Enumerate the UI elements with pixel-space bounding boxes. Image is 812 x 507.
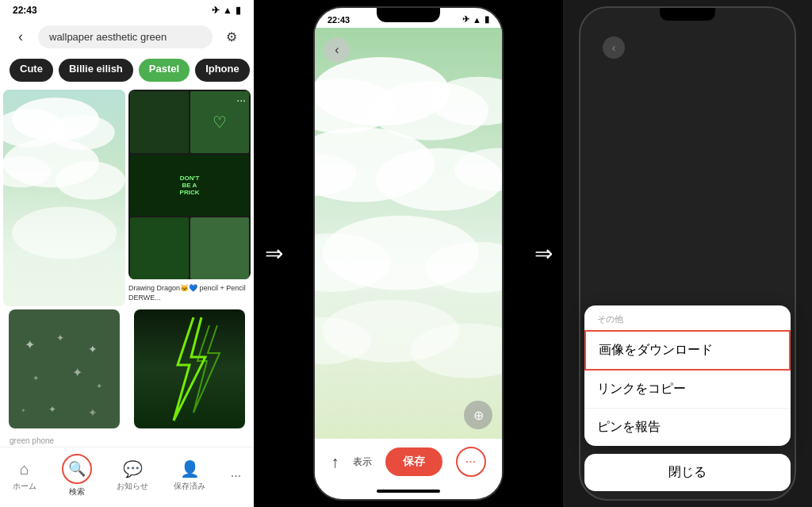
time-2: 22:43 — [327, 15, 350, 25]
nav-search[interactable]: 🔍 検索 — [62, 454, 92, 497]
status-icons-1: ✈ ▲ ▮ — [212, 5, 241, 16]
more-icon: ··· — [231, 469, 241, 483]
svg-text:✦: ✦ — [25, 338, 35, 351]
display-button[interactable]: 表示 — [353, 455, 372, 469]
image-caption-area: Drawing Dragon🐱💙 pencil + Pencil DERWE..… — [128, 282, 251, 306]
nav-saved[interactable]: 👤 保存済み — [174, 459, 205, 492]
filter-button[interactable]: ⚙ — [219, 24, 244, 49]
image-grid: ♡ DON'TBE APRICK ··· Drawing Dragon🐱💙 pe… — [0, 86, 254, 435]
more-button[interactable]: ··· — [456, 447, 486, 477]
share-button[interactable]: ↑ — [331, 453, 339, 471]
menu-close-button[interactable]: 閉じる — [584, 454, 791, 491]
nav-home[interactable]: ⌂ ホーム — [13, 460, 36, 492]
back-button-3[interactable]: ‹ — [603, 36, 625, 59]
menu-item-copy-link[interactable]: リンクをコピー — [584, 371, 791, 409]
svg-text:✦: ✦ — [96, 382, 102, 390]
collage-more-icon[interactable]: ··· — [236, 94, 246, 106]
dark-status — [580, 8, 795, 19]
svg-text:✦: ✦ — [88, 343, 98, 355]
chips-row: Cute Billie eilish Pastel Iphone Loc... — [0, 54, 254, 86]
context-menu-overlay: その他 画像をダウンロード リンクをコピー ピンを報告 閉じる — [563, 305, 812, 507]
status-icons-2: ✈ ▲ ▮ — [462, 14, 489, 25]
footer-text: green phone — [0, 435, 254, 447]
image-stars[interactable]: ✦ ✦ ✦ ✦ ✦ ✦ ✦ ✦ ✦ — [3, 309, 125, 432]
detail-panel: 22:43 ✈ ▲ ▮ — [293, 0, 523, 507]
svg-text:✦: ✦ — [88, 406, 98, 419]
image-green-sky[interactable] — [3, 90, 125, 306]
image-caption: Drawing Dragon🐱💙 pencil + Pencil DERWE..… — [128, 282, 251, 304]
nav-notifications[interactable]: 💬 お知らせ — [117, 459, 148, 492]
context-menu-sheet: その他 画像をダウンロード リンクをコピー ピンを報告 — [584, 305, 791, 446]
svg-point-7 — [12, 207, 117, 259]
time-1: 22:43 — [13, 5, 37, 16]
home-icon: ⌂ — [20, 460, 29, 478]
arrow-2: ⇒ — [523, 0, 563, 507]
back-button-1[interactable]: ‹ — [10, 25, 32, 48]
action-bar: ↑ 表示 保存 ··· — [315, 439, 502, 485]
notch — [377, 8, 440, 22]
svg-text:✦: ✦ — [33, 374, 39, 382]
save-button[interactable]: 保存 — [385, 447, 442, 476]
status-bar-1: 22:43 ✈ ▲ ▮ — [0, 0, 254, 19]
chip-cute[interactable]: Cute — [10, 59, 53, 82]
profile-icon: 👤 — [180, 459, 200, 478]
svg-text:✦: ✦ — [56, 332, 64, 344]
search-bar-row: ‹ wallpaper aesthetic green ⚙ — [0, 19, 254, 54]
chip-pastel[interactable]: Pastel — [139, 59, 190, 82]
phone-frame: 22:43 ✈ ▲ ▮ — [313, 6, 504, 501]
search-input[interactable]: wallpaper aesthetic green — [38, 25, 213, 48]
menu-item-report[interactable]: ピンを報告 — [584, 409, 791, 446]
menu-panel: ‹ その他 画像をダウンロード リンクをコピー ピンを報告 閉じる — [563, 0, 812, 507]
search-circle-icon: 🔍 — [62, 454, 92, 484]
svg-text:✦: ✦ — [72, 366, 82, 379]
home-indicator — [377, 490, 440, 493]
nav-more[interactable]: ··· — [231, 469, 241, 483]
chip-iphone[interactable]: Iphone — [195, 59, 250, 82]
image-collage[interactable]: ♡ DON'TBE APRICK ··· — [128, 90, 251, 279]
svg-point-6 — [56, 161, 125, 199]
chip-billie[interactable]: Billie eilish — [59, 59, 133, 82]
image-lightning[interactable] — [128, 309, 251, 432]
phone-image-area[interactable]: ‹ ⊕ — [315, 28, 502, 439]
menu-item-download[interactable]: 画像をダウンロード — [584, 330, 791, 371]
phone-status-2: 22:43 ✈ ▲ ▮ — [315, 8, 502, 28]
dark-notch — [660, 8, 715, 21]
arrow-1: ⇒ — [254, 0, 293, 507]
svg-text:✦: ✦ — [48, 404, 56, 415]
lens-search-button[interactable]: ⊕ — [464, 401, 492, 429]
search-panel: 22:43 ✈ ▲ ▮ ‹ wallpaper aesthetic green … — [0, 0, 254, 507]
svg-text:✦: ✦ — [21, 407, 26, 414]
back-button-2[interactable]: ‹ — [324, 37, 350, 63]
menu-section-label: その他 — [584, 305, 791, 330]
bottom-nav: ⌂ ホーム 🔍 検索 💬 お知らせ 👤 保存済み ··· — [0, 447, 254, 507]
notification-icon: 💬 — [123, 459, 143, 478]
